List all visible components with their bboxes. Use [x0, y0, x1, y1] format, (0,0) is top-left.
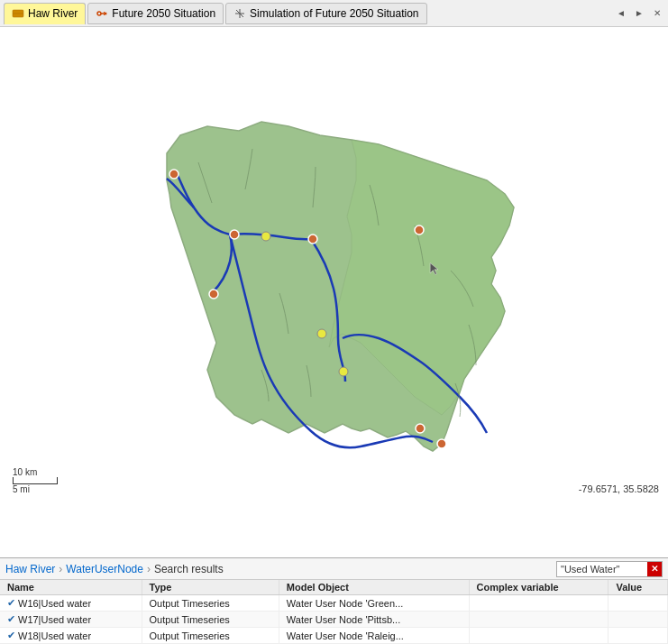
table-row[interactable]: ✔W17|Used waterOutput TimeseriesWater Us… [0, 612, 668, 628]
row-value-cell [609, 595, 668, 612]
tab-simulation-2050-label: Simulation of Future 2050 Situation [250, 7, 418, 20]
table-header-row: Name Type Model Object Complex variable … [0, 580, 668, 595]
results-table: Name Type Model Object Complex variable … [0, 580, 668, 644]
row-check-icon: ✔ [7, 613, 15, 625]
breadcrumb-haw-river[interactable]: Haw River [5, 563, 55, 575]
breadcrumb-sep-2: › [147, 563, 151, 575]
scale-bar: 10 km 5 mi [13, 467, 58, 494]
row-value-cell [609, 628, 668, 644]
tab-future-2050[interactable]: Future 2050 Situation [87, 3, 224, 24]
row-complex-cell [469, 612, 609, 628]
node-4 [308, 235, 317, 244]
bottom-panel: Haw River › WaterUserNode › Search resul… [0, 557, 668, 644]
breadcrumb-waterusernode[interactable]: WaterUserNode [66, 563, 143, 575]
row-type-cell: Output Timeseries [142, 612, 279, 628]
row-name-cell: ✔W17|Used water [0, 612, 142, 628]
row-model-cell: Water User Node 'Green... [279, 595, 469, 612]
col-header-type: Type [142, 580, 279, 595]
scale-line [13, 477, 58, 484]
svg-point-2 [97, 12, 101, 15]
table-row[interactable]: ✔W16|Used waterOutput TimeseriesWater Us… [0, 595, 668, 612]
simulation-icon [233, 7, 246, 20]
row-type-cell: Output Timeseries [142, 628, 279, 644]
row-complex-cell [469, 628, 609, 644]
coordinates-value: -79.6571, 35.5828 [579, 483, 659, 494]
tab-haw-river-label: Haw River [28, 7, 78, 20]
network-icon [96, 7, 108, 20]
node-2 [230, 230, 239, 239]
search-filter-box[interactable]: ✕ [556, 561, 663, 577]
col-header-model-object: Model Object [279, 580, 469, 595]
breadcrumb-bar: Haw River › WaterUserNode › Search resul… [0, 558, 668, 580]
nav-back-button[interactable]: ◄ [614, 6, 628, 21]
node-7 [317, 329, 326, 338]
row-check-icon: ✔ [7, 630, 15, 641]
node-10 [437, 439, 446, 448]
node-3 [261, 232, 270, 241]
nav-forward-button[interactable]: ► [632, 6, 646, 21]
col-header-complex-variable: Complex variable [469, 580, 609, 595]
row-name-cell: ✔W16|Used water [0, 595, 142, 612]
title-bar-controls: ◄ ► ✕ [614, 6, 664, 21]
tab-haw-river[interactable]: Haw River [4, 3, 86, 24]
breadcrumb-sep-1: › [59, 563, 62, 575]
row-type-cell: Output Timeseries [142, 595, 279, 612]
node-6 [209, 290, 218, 299]
title-bar: Haw River Future 2050 Situation Simulati… [0, 0, 668, 27]
col-header-value: Value [609, 580, 668, 595]
close-button[interactable]: ✕ [650, 6, 664, 21]
search-filter-clear-button[interactable]: ✕ [647, 562, 662, 576]
coordinates-display: -79.6571, 35.5828 [579, 483, 659, 494]
node-9 [416, 424, 425, 433]
tab-simulation-2050[interactable]: Simulation of Future 2050 Situation [225, 3, 426, 24]
map-svg [0, 27, 668, 527]
row-check-icon: ✔ [7, 597, 15, 609]
row-complex-cell [469, 595, 609, 612]
map-area[interactable]: 10 km 5 mi -79.6571, 35.5828 [0, 27, 668, 527]
search-filter-input[interactable] [557, 564, 647, 575]
row-name-cell: ✔W18|Used water [0, 628, 142, 644]
scale-km-label: 10 km [13, 467, 37, 477]
row-model-cell: Water User Node 'Pittsb... [279, 612, 469, 628]
breadcrumb-search-results: Search results [154, 563, 224, 575]
node-8 [339, 367, 348, 376]
row-value-cell [609, 612, 668, 628]
node-5 [415, 225, 424, 235]
col-header-name: Name [0, 580, 142, 595]
map-icon [12, 7, 24, 20]
node-1 [169, 170, 178, 179]
scale-mi-label: 5 mi [13, 484, 30, 494]
tab-future-2050-label: Future 2050 Situation [112, 7, 215, 20]
row-model-cell: Water User Node 'Raleig... [279, 628, 469, 644]
table-row[interactable]: ✔W18|Used waterOutput TimeseriesWater Us… [0, 628, 668, 644]
